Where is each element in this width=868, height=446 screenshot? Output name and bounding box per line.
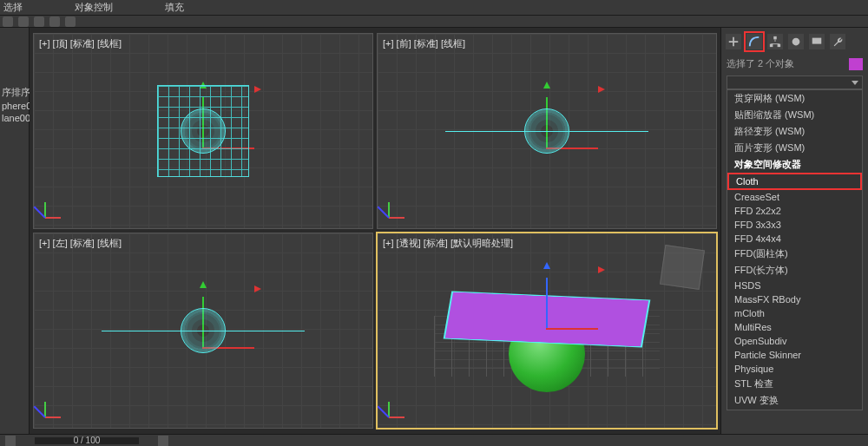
explorer-item[interactable]: lane00 [0, 112, 29, 124]
viewports: [+] [顶] [标准] [线框] [+] [前] [标准] [线框] [+] … [30, 28, 720, 434]
timeline-prev-icon[interactable] [5, 436, 16, 446]
modifier-item[interactable]: OpenSubdiv [727, 334, 862, 348]
status-bar: 0 / 100 [0, 434, 868, 446]
tool-icon[interactable] [3, 16, 13, 27]
viewport-label[interactable]: [+] [左] [标准] [线框] [39, 237, 122, 250]
modifier-item[interactable]: FFD(圆柱体) [727, 246, 862, 262]
selection-status: 选择了 2 个对象 [721, 56, 868, 72]
modifier-item[interactable]: MassFX RBody [727, 292, 862, 306]
viewcube-icon[interactable] [660, 245, 705, 290]
hierarchy-tab[interactable] [767, 34, 783, 49]
modifier-item[interactable]: 路径变形 (WSM) [727, 123, 862, 140]
circle-icon [790, 36, 802, 48]
modifier-item[interactable]: UVW 展开 [727, 409, 862, 410]
hierarchy-icon [769, 36, 781, 48]
scene-explorer[interactable]: 序排序） phere0 lane00 [0, 28, 30, 434]
sphere-wireframe [524, 108, 569, 154]
viewport-label[interactable]: [+] [透视] [标准] [默认明暗处理] [383, 237, 513, 250]
tool-icon[interactable] [49, 16, 60, 27]
modify-tab[interactable] [746, 34, 762, 49]
utilities-tab[interactable] [830, 34, 845, 49]
viewport-left[interactable]: [+] [左] [标准] [线框] [33, 233, 373, 429]
tool-icon[interactable] [65, 16, 76, 27]
timeline-track[interactable]: 0 / 100 [35, 437, 139, 444]
modifier-item[interactable]: CreaseSet [727, 190, 862, 204]
viewport-label[interactable]: [+] [前] [标准] [线框] [383, 37, 465, 50]
wrench-icon [832, 36, 844, 48]
viewport-front[interactable]: [+] [前] [标准] [线框] [377, 33, 717, 229]
modifier-item[interactable]: MultiRes [727, 320, 862, 334]
modifier-item[interactable]: FFD 4x4x4 [727, 232, 862, 246]
axis-tripod-icon [385, 197, 409, 221]
frame-counter: 0 / 100 [74, 436, 101, 445]
axis-tripod-icon [41, 397, 65, 421]
main-menu: 选择 对象控制 填充 [0, 0, 868, 16]
command-panel: 选择了 2 个对象 贯穿网格 (WSM)贴图缩放器 (WSM)路径变形 (WSM… [720, 28, 868, 434]
toolbar-strip [0, 16, 868, 28]
display-icon [811, 36, 823, 48]
modifier-item[interactable]: HSDS [727, 279, 862, 292]
modifier-item[interactable]: 对象空间修改器 [727, 156, 862, 173]
sphere-wireframe [181, 308, 226, 353]
transform-gizmo[interactable] [546, 269, 548, 330]
modifier-item[interactable]: mCloth [727, 306, 862, 320]
sphere-wireframe [181, 108, 226, 154]
modifier-item[interactable]: Particle Skinner [727, 348, 862, 362]
axis-tripod-icon [385, 397, 409, 421]
selection-text: 选择了 2 个对象 [727, 57, 794, 70]
explorer-item[interactable]: phere0 [0, 100, 29, 112]
modifier-item[interactable]: FFD(长方体) [727, 262, 862, 279]
modifier-item[interactable]: FFD 2x2x2 [727, 204, 862, 218]
viewport-perspective[interactable]: [+] [透视] [标准] [默认明暗处理] [377, 233, 717, 429]
object-color-swatch[interactable] [849, 58, 863, 70]
viewport-label[interactable]: [+] [顶] [标准] [线框] [39, 37, 122, 50]
axis-tripod-icon [41, 197, 65, 221]
modify-arc-icon [748, 36, 760, 48]
modifier-item[interactable]: FFD 3x3x3 [727, 218, 862, 232]
display-tab[interactable] [809, 34, 825, 49]
plus-icon [727, 36, 740, 48]
modifier-list[interactable]: 贯穿网格 (WSM)贴图缩放器 (WSM)路径变形 (WSM)面片变形 (WSM… [727, 89, 863, 410]
svg-rect-4 [812, 38, 822, 44]
tool-icon[interactable] [34, 16, 44, 27]
svg-point-3 [792, 38, 800, 46]
create-tab[interactable] [726, 34, 741, 49]
command-panel-tabs [721, 28, 868, 56]
menu-select[interactable]: 选择 [3, 1, 23, 14]
modifier-item[interactable]: Cloth [727, 173, 862, 190]
modifier-item[interactable]: UVW 变换 [727, 392, 862, 409]
motion-tab[interactable] [788, 34, 804, 49]
viewport-top[interactable]: [+] [顶] [标准] [线框] [33, 33, 373, 229]
menu-fill[interactable]: 填充 [165, 1, 184, 14]
modifier-item[interactable]: 面片变形 (WSM) [727, 140, 862, 156]
tool-icon[interactable] [18, 16, 29, 27]
modifier-item[interactable]: 贴图缩放器 (WSM) [727, 107, 862, 123]
explorer-sort: 序排序） [0, 85, 29, 100]
svg-rect-0 [773, 36, 777, 40]
modifier-item[interactable]: STL 检查 [727, 376, 862, 392]
menu-object-control[interactable]: 对象控制 [75, 1, 113, 14]
modifier-dropdown[interactable] [727, 75, 863, 89]
modifier-item[interactable]: 贯穿网格 (WSM) [727, 90, 862, 107]
timeline-next-icon[interactable] [158, 436, 168, 446]
modifier-item[interactable]: Physique [727, 362, 862, 376]
